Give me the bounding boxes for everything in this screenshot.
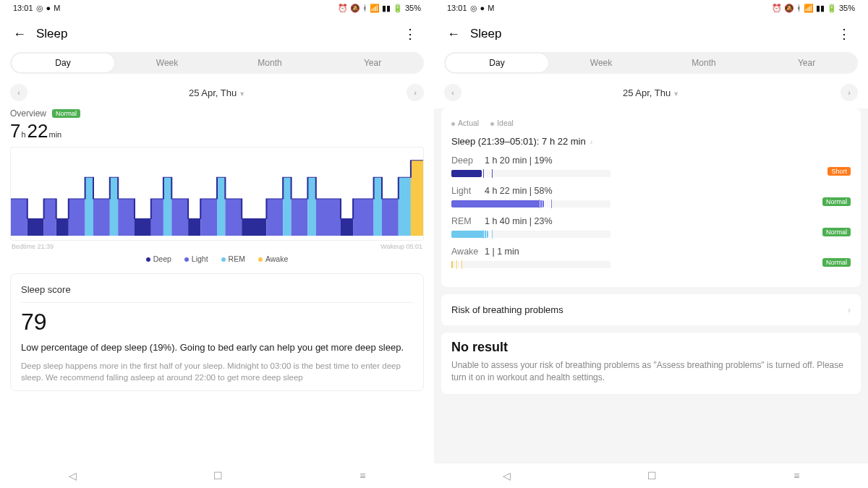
stage-name: REM [451,216,480,226]
tab-day[interactable]: Day [446,53,548,72]
signal-icon: ▮▮ [382,4,391,12]
score-detail: Deep sleep happens more in the first hal… [21,360,413,383]
overview-badge: Normal [52,109,80,118]
back-button[interactable]: ← [447,27,460,42]
page-title: Sleep [470,27,823,41]
stage-light[interactable]: Light 4 h 22 min | 58% Normal [451,186,851,207]
svg-rect-25 [374,177,382,236]
battery-icon: 🔋 [393,4,403,12]
svg-rect-26 [382,199,399,236]
tab-month[interactable]: Month [218,53,321,72]
stage-name: Light [451,186,480,196]
status-bar: 13:01 ◎ ● M ⏰ 🔕 ᚼ 📶 ▮▮ 🔋 35% [0,0,434,16]
nav-back-icon[interactable]: ◁ [503,470,511,481]
messenger-icon: ● [480,4,485,12]
score-advice: Low percentage of deep sleep (19%). Goin… [21,341,413,354]
tab-year[interactable]: Year [755,53,858,72]
stage-badge: Short [827,167,851,176]
whatsapp-icon: ◎ [36,4,43,12]
sleep-summary-row[interactable]: Sleep (21:39–05:01): 7 h 22 min › [451,136,851,147]
wakeup-label: Wakeup 05:01 [380,243,422,250]
svg-rect-1 [27,218,44,236]
wifi-icon: 📶 [804,4,814,12]
breathing-risk-panel[interactable]: Risk of breathing problems › [441,294,861,325]
more-menu-button[interactable]: ⋮ [833,26,855,42]
system-nav-bar: ◁ ☐ ≡ [434,463,868,488]
svg-rect-17 [242,218,266,236]
risk-title: Risk of breathing problems [451,304,563,315]
svg-rect-14 [200,199,217,236]
svg-rect-4 [69,199,85,236]
battery-icon: 🔋 [827,4,837,12]
svg-rect-3 [56,218,69,236]
stage-name: Awake [451,247,480,257]
nav-home-icon[interactable]: ☐ [213,470,223,481]
svg-rect-16 [225,199,242,236]
content-right: Actual Ideal Sleep (21:39–05:01): 7 h 22… [434,108,868,488]
no-result-title: No result [451,340,851,355]
stage-badge: Normal [822,197,851,206]
caret-down-icon: ▼ [239,90,245,98]
date-picker[interactable]: 25 Apr, Thu▼ [623,87,679,98]
nav-recent-icon[interactable]: ≡ [359,470,365,481]
svg-rect-23 [341,218,353,236]
svg-rect-6 [93,199,110,236]
awake-dot-icon [258,257,263,262]
page-title: Sleep [36,27,389,41]
dnd-icon: 🔕 [350,4,360,12]
dnd-icon: 🔕 [784,4,794,12]
system-nav-bar: ◁ ☐ ≡ [0,463,434,488]
prev-date-button[interactable]: ‹ [10,84,27,101]
stage-awake[interactable]: Awake 1 | 1 min Normal [451,247,851,268]
back-button[interactable]: ← [13,27,26,42]
header: ← Sleep ⋮ [0,16,434,48]
sleep-score-card[interactable]: Sleep score 79 Low percentage of deep sl… [10,273,424,391]
next-date-button[interactable]: › [407,84,424,101]
date-navigator: ‹ 25 Apr, Thu▼ › [0,81,434,108]
tab-week[interactable]: Week [116,53,218,72]
score-title: Sleep score [21,284,413,303]
stage-badge: Normal [822,228,851,236]
tab-month[interactable]: Month [652,53,755,72]
svg-rect-19 [283,177,291,236]
tab-year[interactable]: Year [321,53,424,72]
tab-week[interactable]: Week [550,53,652,72]
stage-deep[interactable]: Deep 1 h 20 min | 19% Short [451,155,851,177]
score-value: 79 [21,309,413,335]
nav-recent-icon[interactable]: ≡ [793,470,799,481]
signal-icon: ▮▮ [816,4,825,12]
svg-rect-20 [292,199,308,236]
no-result-panel: No result Unable to assess your risk of … [441,333,861,394]
caret-down-icon: ▼ [673,90,679,98]
chevron-right-icon: › [590,137,593,146]
mail-icon: M [488,4,494,12]
next-date-button[interactable]: › [841,84,858,101]
status-time: 13:01 [447,4,467,12]
prev-date-button[interactable]: ‹ [444,84,461,101]
svg-rect-13 [188,218,200,236]
stage-bar [451,261,610,268]
content-left: Overview Normal 7h22min Bedtime 21:39 Wa… [0,108,434,488]
tab-day[interactable]: Day [12,53,114,72]
svg-rect-28 [411,160,423,236]
stage-value: 4 h 22 min | 58% [485,186,553,196]
rem-dot-icon [221,257,226,262]
stage-bar [451,231,610,238]
stages-panel: Actual Ideal Sleep (21:39–05:01): 7 h 22… [441,108,861,287]
nav-back-icon[interactable]: ◁ [69,470,77,481]
stage-bar [451,200,610,207]
svg-rect-27 [399,177,411,236]
battery-text: 35% [839,4,855,12]
svg-rect-22 [316,199,341,236]
svg-rect-2 [44,199,56,236]
more-menu-button[interactable]: ⋮ [399,26,421,42]
date-picker[interactable]: 25 Apr, Thu▼ [189,87,245,98]
alarm-icon: ⏰ [772,4,782,12]
sleep-stage-chart[interactable] [10,147,424,241]
sleep-duration: 7h22min [10,120,424,142]
battery-text: 35% [405,4,421,12]
nav-home-icon[interactable]: ☐ [647,470,657,481]
svg-rect-0 [11,199,27,236]
mini-legend: Actual Ideal [451,119,851,127]
stage-rem[interactable]: REM 1 h 40 min | 23% Normal [451,216,851,238]
